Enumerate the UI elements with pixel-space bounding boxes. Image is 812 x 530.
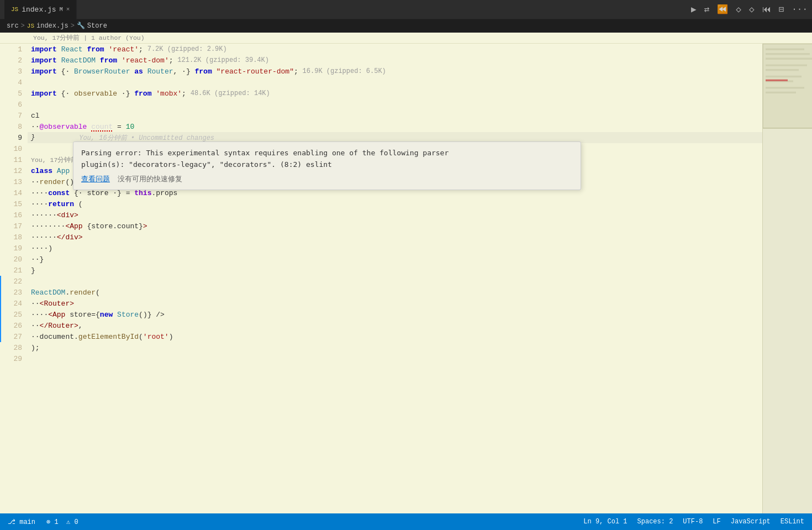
line-num-12: 12 bbox=[0, 165, 28, 176]
minimap[interactable] bbox=[762, 44, 812, 513]
line-num-27: 27 bbox=[0, 331, 28, 342]
line-num-18: 18 bbox=[0, 232, 28, 243]
line-num-13: 13 bbox=[0, 176, 28, 187]
status-right: Ln 9, Col 1 Spaces: 2 UTF-8 LF JavaScrip… bbox=[583, 518, 804, 526]
status-eslint[interactable]: ESLint bbox=[781, 518, 804, 526]
line-num-22: 22 bbox=[0, 276, 28, 287]
error-action-row: 查看问题 没有可用的快速修复 bbox=[81, 174, 573, 184]
line-num-11: 11 bbox=[0, 154, 28, 165]
split-icon[interactable]: ⊟ bbox=[779, 4, 784, 15]
line-num-24: 24 bbox=[0, 298, 28, 309]
svg-rect-10 bbox=[766, 80, 788, 81]
status-line-ending: LF bbox=[713, 518, 720, 526]
line-num-7: 7 bbox=[0, 110, 28, 121]
status-git-branch[interactable]: ⎇ main bbox=[8, 518, 35, 526]
line-num-10: 10 bbox=[0, 143, 28, 154]
breadcrumb-store[interactable]: Store bbox=[87, 22, 107, 30]
status-errors[interactable]: ⊗ 1 ⚠ 0 bbox=[46, 518, 78, 526]
code-line-28 bbox=[28, 353, 762, 364]
svg-rect-9 bbox=[763, 44, 812, 128]
no-fix-label: 没有可用的快速修复 bbox=[118, 174, 182, 184]
line-num-8: 8 bbox=[0, 121, 28, 132]
code-line-2: import ReactDOM from 'react-dom'; 121.2K… bbox=[28, 55, 762, 66]
status-language[interactable]: JavaScript bbox=[731, 518, 771, 526]
code-line-1: import React from 'react'; 7.2K (gzipped… bbox=[28, 44, 762, 55]
code-content[interactable]: import React from 'react'; 7.2K (gzipped… bbox=[28, 44, 762, 513]
line-num-28: 28 bbox=[0, 342, 28, 353]
skip-icon[interactable]: ⏮ bbox=[762, 4, 771, 15]
line-num-14: 14 bbox=[0, 187, 28, 198]
minimap-svg bbox=[763, 44, 812, 513]
code-line-8: ··@observable count = 10 bbox=[28, 121, 762, 132]
editor-area: 1 2 3 4 5 6 7 8 9 10 11 12 13 14 15 16 1… bbox=[0, 44, 812, 513]
code-line-5: import {· observable ·} from 'mobx'; 48.… bbox=[28, 88, 762, 99]
code-line-22: ReactDOM.render( bbox=[28, 287, 762, 298]
line-num-3: 3 bbox=[0, 66, 28, 77]
view-problem-link[interactable]: 查看问题 bbox=[81, 174, 110, 184]
status-encoding: UTF-8 bbox=[683, 518, 703, 526]
title-bar-actions: ▶ ⇄ ⏪ ◇ ◇ ⏮ ⊟ ··· bbox=[691, 4, 808, 15]
line-num-25: 25 bbox=[0, 309, 28, 320]
breadcrumb-sep2: > bbox=[71, 22, 75, 30]
breadcrumb: src > JS index.js > 🔧 Store bbox=[0, 19, 812, 33]
code-line-7: cl bbox=[28, 110, 762, 121]
line-num-1: 1 bbox=[0, 44, 28, 55]
diamond1-icon[interactable]: ◇ bbox=[736, 4, 741, 15]
code-line-27: ); bbox=[28, 342, 762, 353]
status-ln-col: Ln 9, Col 1 bbox=[583, 518, 627, 526]
code-line-24: ····<App store={new Store()} /> bbox=[28, 309, 762, 320]
editor-tab[interactable]: JS index.js M × bbox=[4, 0, 77, 19]
breadcrumb-file[interactable]: index.js bbox=[36, 22, 68, 30]
git-blame-top: You, 17分钟前 | 1 author (You) bbox=[33, 34, 145, 42]
line-num-4: 4 bbox=[0, 77, 28, 88]
code-line-6 bbox=[28, 99, 762, 110]
line-num-17: 17 bbox=[0, 221, 28, 232]
line-num-5: 5 bbox=[0, 88, 28, 99]
count-identifier: count bbox=[91, 123, 113, 131]
code-line-16: ········<App {store.count}> bbox=[28, 221, 762, 232]
code-line-29 bbox=[28, 364, 762, 375]
status-spaces: Spaces: 2 bbox=[637, 518, 673, 526]
code-line-15: ······<div> bbox=[28, 209, 762, 221]
tab-js-icon: JS bbox=[11, 6, 18, 13]
code-line-26: ··document.getElementById('root') bbox=[28, 331, 762, 342]
line-num-9: 9 bbox=[0, 132, 28, 143]
line-num-19: 19 bbox=[0, 243, 28, 254]
line-num-15: 15 bbox=[0, 198, 28, 209]
line-num-26: 26 bbox=[0, 320, 28, 331]
breadcrumb-sep1: > bbox=[21, 22, 25, 30]
tab-close-button[interactable]: × bbox=[66, 6, 70, 13]
run-icon[interactable]: ▶ bbox=[691, 4, 697, 15]
error-line1: Parsing error: This experimental syntax … bbox=[81, 149, 449, 157]
line-num-6: 6 bbox=[0, 99, 28, 110]
code-line-21 bbox=[28, 276, 762, 287]
code-line-14: ····return ( bbox=[28, 198, 762, 209]
tab-modified-indicator: M bbox=[60, 7, 63, 13]
line-num-16: 16 bbox=[0, 209, 28, 221]
code-line-3: import {· BrowserRouter as Router, ·} fr… bbox=[28, 66, 762, 77]
git-info-bar-top: You, 17分钟前 | 1 author (You) bbox=[0, 33, 812, 44]
line-num-29: 29 bbox=[0, 353, 28, 364]
error-line2: plugin(s): "decorators-legacy", "decorat… bbox=[81, 160, 332, 169]
status-bar: ⎇ main ⊗ 1 ⚠ 0 Ln 9, Col 1 Spaces: 2 UTF… bbox=[0, 513, 812, 530]
breadcrumb-src[interactable]: src bbox=[7, 22, 19, 30]
line-num-20: 20 bbox=[0, 254, 28, 265]
code-line-25: ··</Router>, bbox=[28, 320, 762, 331]
error-tooltip: Parsing error: This experimental syntax … bbox=[73, 141, 581, 190]
code-line-19: ··} bbox=[28, 254, 762, 265]
more-icon[interactable]: ··· bbox=[792, 4, 808, 14]
rewind-icon[interactable]: ⏪ bbox=[717, 4, 728, 15]
line-numbers: 1 2 3 4 5 6 7 8 9 10 11 12 13 14 15 16 1… bbox=[0, 44, 28, 513]
code-line-20: } bbox=[28, 265, 762, 276]
title-bar: JS index.js M × ▶ ⇄ ⏪ ◇ ◇ ⏮ ⊟ ··· bbox=[0, 0, 812, 19]
line-num-23: 23 bbox=[0, 287, 28, 298]
tab-filename: index.js bbox=[22, 6, 56, 14]
breadcrumb-js-icon: JS bbox=[27, 23, 34, 29]
error-text: Parsing error: This experimental syntax … bbox=[81, 148, 573, 171]
code-line-17: ······</div> bbox=[28, 232, 762, 243]
diamond2-icon[interactable]: ◇ bbox=[749, 4, 755, 15]
debug-icon[interactable]: ⇄ bbox=[704, 4, 710, 15]
line-num-21: 21 bbox=[0, 265, 28, 276]
code-line-23: ··<Router> bbox=[28, 298, 762, 309]
code-line-18: ····) bbox=[28, 243, 762, 254]
